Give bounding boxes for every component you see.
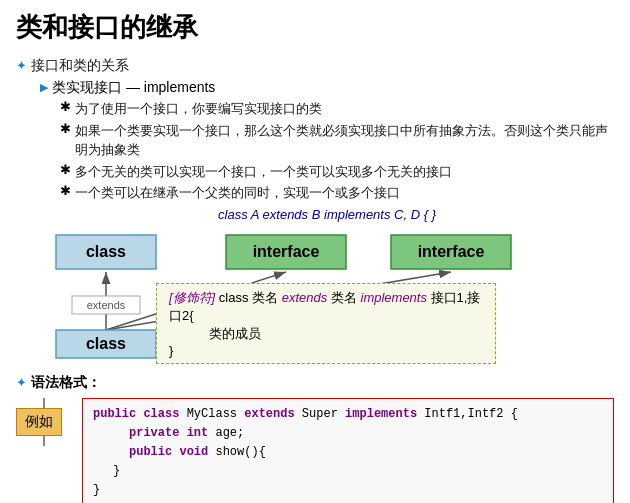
detail-3: 多个无关的类可以实现一个接口，一个类可以实现多个无关的接口 — [75, 162, 452, 182]
svg-text:interface: interface — [253, 243, 320, 260]
svg-text:class: class — [86, 243, 126, 260]
svg-text:extends: extends — [87, 299, 126, 311]
annotation-line1: [修饰符] class 类名 extends 类名 implements 接口1… — [169, 289, 483, 325]
page: 类和接口的继承 ✦ 接口和类的关系 ▶ 类实现接口 — implements ✱… — [0, 0, 630, 503]
subsection1-label: 类实现接口 — implements — [52, 79, 215, 97]
star-bullet-1: ✱ — [60, 99, 71, 114]
code-line-4: } — [93, 462, 603, 481]
annotation-line2: 类的成员 — [169, 325, 483, 343]
star-bullet-2: ✱ — [60, 121, 71, 136]
annotation-box: [修饰符] class 类名 extends 类名 implements 接口1… — [156, 283, 496, 364]
star-bullet-4: ✱ — [60, 183, 71, 198]
example-section: 例如 public class MyClass extends Super im… — [16, 398, 614, 504]
diamond-bullet-1: ✦ — [16, 58, 27, 73]
triangle-bullet-1: ▶ — [40, 81, 48, 94]
detail-1: 为了使用一个接口，你要编写实现接口的类 — [75, 99, 322, 119]
syntax-section: ✦ 语法格式： — [16, 374, 614, 392]
section1-label: 接口和类的关系 — [31, 57, 129, 75]
star-bullet-3: ✱ — [60, 162, 71, 177]
detail-2: 如果一个类要实现一个接口，那么这个类就必须实现接口中所有抽象方法。否则这个类只能… — [75, 121, 614, 160]
code-line-2: private int age; — [93, 424, 603, 443]
code-example-box: public class MyClass extends Super imple… — [82, 398, 614, 504]
syntax-label: 语法格式： — [31, 374, 101, 392]
svg-text:interface: interface — [418, 243, 485, 260]
page-title: 类和接口的继承 — [16, 10, 614, 45]
code-line-implements: class A extends B implements C, D { } — [40, 207, 614, 222]
code-line-3: public void show(){ — [93, 443, 603, 462]
detail-4: 一个类可以在继承一个父类的同时，实现一个或多个接口 — [75, 183, 400, 203]
example-label: 例如 — [16, 408, 62, 436]
svg-text:class: class — [86, 335, 126, 352]
diamond-bullet-2: ✦ — [16, 375, 27, 390]
code-line-5: } — [93, 481, 603, 500]
annotation-line3: } — [169, 343, 483, 358]
code-line-1: public class MyClass extends Super imple… — [93, 405, 603, 424]
